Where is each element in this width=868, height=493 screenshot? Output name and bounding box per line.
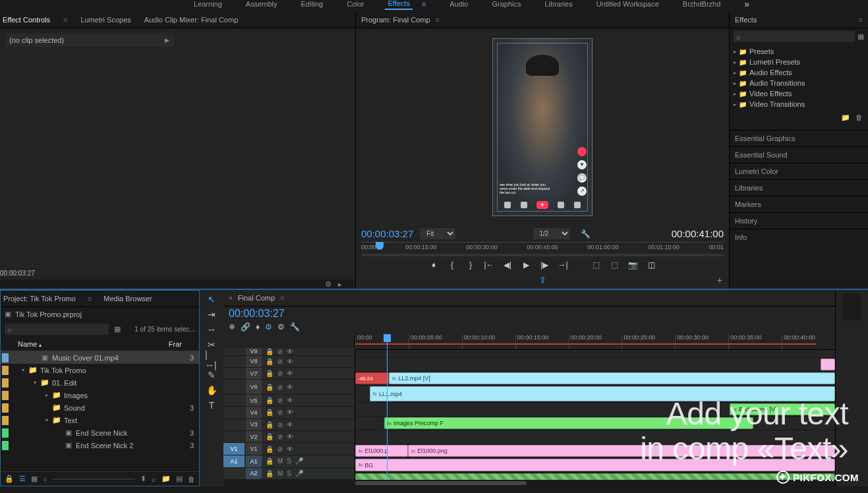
new-item-icon[interactable]: ▤ — [176, 475, 183, 483]
toggle-output-icon[interactable]: 👁 — [287, 397, 293, 404]
label-chip[interactable] — [2, 391, 9, 400]
track-target[interactable]: V3 — [246, 419, 262, 430]
selection-tool-icon[interactable]: ↖ — [205, 294, 218, 304]
workspace-effects[interactable]: Effects — [385, 0, 412, 10]
add-marker-icon[interactable]: ♦ — [428, 260, 439, 270]
extract-icon[interactable]: ⬚ — [609, 260, 620, 270]
zoom-select[interactable]: Fit — [420, 228, 455, 239]
bin-item[interactable]: ▾📁Text — [1, 414, 199, 426]
bin-item[interactable]: 📁Sound3 — [1, 401, 199, 414]
effects-folder-audio-transitions[interactable]: ▸📁Audio Transitions — [732, 78, 865, 88]
clip[interactable]: -46:24 — [355, 372, 389, 384]
sort-icon[interactable]: ⬍ — [140, 475, 146, 483]
lock-icon[interactable]: 🔒 — [266, 470, 274, 477]
solo-icon[interactable]: S — [287, 457, 291, 465]
track-target[interactable]: V8 — [246, 356, 262, 367]
sync-lock-icon[interactable]: ⊘ — [277, 397, 283, 404]
play-icon[interactable]: ▶ — [521, 260, 531, 270]
timeline-scrollbar[interactable] — [223, 480, 835, 486]
share-export-icon[interactable]: ⇪ — [539, 275, 546, 285]
bin-item[interactable]: ▾📁01. Edit — [1, 376, 199, 389]
track-target[interactable]: A1 — [246, 455, 262, 467]
program-scrubber[interactable] — [361, 254, 724, 256]
sync-lock-icon[interactable]: ⊘ — [277, 348, 283, 355]
tab-project[interactable]: Project: Tik Tok Promo — [3, 295, 76, 303]
track-header-V4[interactable]: V4🔒⊘👁 — [223, 407, 355, 419]
clear-icon[interactable]: 🗑 — [188, 475, 195, 483]
clip[interactable]: fxEl1000.png — [408, 445, 835, 457]
close-sequence-icon[interactable]: × — [229, 295, 233, 302]
mute-icon[interactable]: M — [277, 470, 283, 477]
panel-history[interactable]: History — [730, 212, 868, 229]
comparison-icon[interactable]: ◫ — [646, 260, 656, 270]
workspace-learning[interactable]: Learning — [191, 0, 225, 9]
track-target[interactable]: V4 — [246, 407, 262, 418]
workspace-brzhdbrzhd[interactable]: BrzhdBrzhd — [680, 0, 723, 9]
filter-bin-icon[interactable]: ▦ — [114, 325, 121, 334]
sync-lock-icon[interactable]: ⊘ — [277, 433, 283, 440]
track-lane-V5[interactable]: fxEnd Scene [V] — [355, 403, 835, 417]
workspace-assembly[interactable]: Assembly — [243, 0, 280, 9]
voiceover-icon[interactable]: 🎤 — [295, 457, 303, 465]
clip[interactable] — [355, 473, 835, 480]
track-lane-A1[interactable] — [355, 473, 835, 480]
caret-icon[interactable]: ▾ — [34, 380, 40, 386]
sync-lock-icon[interactable]: ⊘ — [277, 446, 283, 453]
workspace-libraries[interactable]: Libraries — [542, 0, 575, 9]
track-target[interactable]: V6 — [246, 380, 262, 394]
project-menu-icon[interactable]: ≡ — [88, 295, 92, 303]
track-target[interactable]: A2 — [246, 468, 262, 479]
playhead-indicator[interactable] — [376, 242, 384, 250]
folder-icon[interactable]: 📁 — [841, 113, 850, 122]
track-source-patch[interactable] — [223, 356, 245, 367]
clip[interactable]: fxBG — [355, 459, 835, 471]
panel-lumetri-color[interactable]: Lumetri Color — [730, 163, 868, 179]
track-header-V2[interactable]: V2🔒⊘👁 — [223, 431, 355, 443]
column-framerate[interactable]: Frar — [169, 340, 182, 348]
caret-icon[interactable]: ▸ — [45, 392, 52, 398]
delete-icon[interactable]: 🗑 — [855, 113, 863, 122]
program-monitor[interactable]: ♥ 💬 ↗ see what you look at, when you cam… — [492, 38, 593, 216]
track-source-patch[interactable] — [223, 380, 245, 394]
track-header-A2[interactable]: A2🔒MS🎤 — [223, 468, 355, 480]
timeline-playhead[interactable] — [387, 334, 388, 480]
slip-tool-icon[interactable]: |↔| — [205, 355, 218, 365]
workspace-untitled-workspace[interactable]: Untitled Workspace — [594, 0, 662, 9]
workspace-graphics[interactable]: Graphics — [489, 0, 523, 9]
clip[interactable]: fxEnd Scene [V] — [730, 403, 835, 415]
track-select-tool-icon[interactable]: ⇥ — [205, 309, 218, 320]
track-source-patch[interactable] — [223, 407, 245, 418]
effects-folder-audio-effects[interactable]: ▸📁Audio Effects — [732, 67, 865, 78]
settings-icon[interactable]: ⚙ — [325, 280, 332, 289]
clip[interactable]: fxLL1.mp4 — [370, 386, 835, 401]
bin-item[interactable]: ▣End Scene Nick3 — [1, 426, 199, 439]
label-chip[interactable] — [2, 378, 9, 388]
razor-tool-icon[interactable]: ✂ — [205, 339, 218, 350]
workspace-audio[interactable]: Audio — [447, 0, 471, 9]
resolution-select[interactable]: 1/2 — [533, 228, 570, 239]
track-lane-V1[interactable]: fxBG — [355, 458, 835, 473]
lock-icon[interactable]: 🔒 — [266, 446, 274, 453]
clip[interactable] — [821, 359, 835, 370]
label-chip[interactable] — [2, 441, 9, 450]
sync-lock-icon[interactable]: ⊘ — [277, 421, 283, 428]
panel-essential-sound[interactable]: Essential Sound — [730, 146, 868, 163]
track-target[interactable]: V7 — [246, 368, 262, 379]
panel-markers[interactable]: Markers — [730, 196, 868, 212]
solo-icon[interactable]: S — [287, 470, 291, 477]
track-header-V9[interactable]: V9🔒⊘👁 — [223, 348, 355, 356]
track-source-patch[interactable] — [223, 348, 245, 355]
lift-icon[interactable]: ⬚ — [591, 260, 601, 270]
clip[interactable]: fxEl1000.p — [355, 445, 408, 457]
track-lane-V4[interactable]: fxImages Precomp F — [355, 417, 835, 430]
track-source-patch[interactable] — [223, 468, 245, 479]
tab-audio-clip-mixer[interactable]: Audio Clip Mixer: Final Comp — [144, 16, 238, 24]
freeform-view-icon[interactable]: ○ — [43, 475, 47, 483]
track-header-V1[interactable]: V1V1🔒⊘👁 — [223, 443, 355, 455]
add-button-icon[interactable]: + — [717, 275, 722, 285]
track-header-V5[interactable]: V5🔒⊘👁 — [223, 395, 355, 407]
icon-view-icon[interactable]: ▦ — [31, 475, 38, 483]
toggle-output-icon[interactable]: 👁 — [287, 446, 293, 453]
track-lane-V7[interactable]: -46:24fxLL2.mp4 [V] — [355, 372, 835, 386]
track-lane-V2[interactable]: fxEl1000.pfxEl1000.png — [355, 444, 835, 458]
